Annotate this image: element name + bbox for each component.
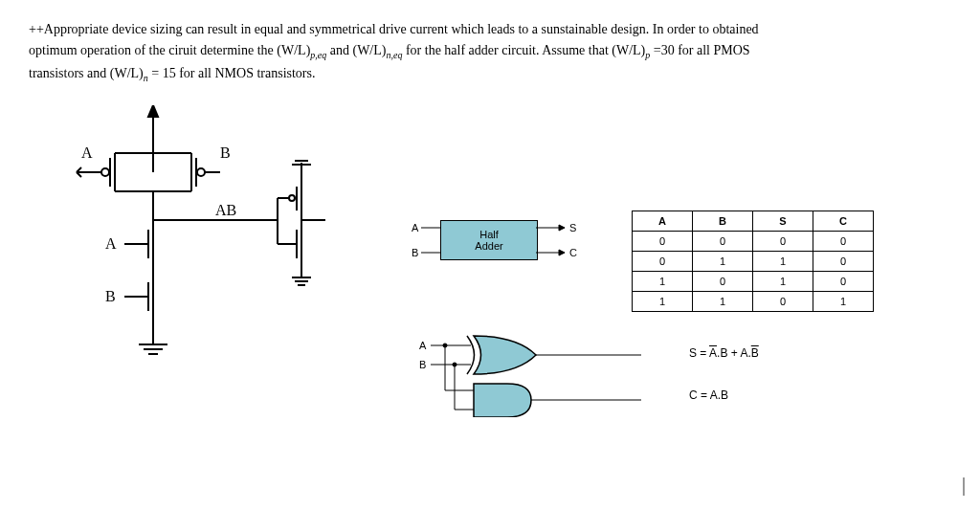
table-row: 1010 (633, 271, 874, 291)
svg-point-6 (101, 168, 109, 176)
problem-statement: ++Appropriate device sizing can result i… (29, 19, 951, 86)
th-a: A (633, 211, 693, 231)
label-a-top: A (81, 144, 93, 161)
svg-point-12 (197, 168, 205, 176)
truth-table: A B S C 0000 0110 1010 1101 (632, 211, 874, 312)
label-a-mid: A (105, 235, 117, 252)
label-ab: AB (215, 202, 236, 218)
wl-peq: (W/L)p,eq (277, 43, 329, 57)
label-b-top: B (220, 144, 231, 161)
eq-carry: C = A.B (689, 388, 759, 402)
half-adder-block: A B S C Half Adder (383, 211, 593, 277)
line1: ++Appropriate device sizing can result i… (29, 22, 759, 36)
svg-text:A: A (419, 340, 427, 351)
wl-neq: (W/L)n,eq (352, 43, 405, 57)
line2-pre: optimum operation of the ciruit determin… (29, 43, 277, 57)
table-row: 1101 (633, 291, 874, 311)
wl-n: (W/L)n (110, 66, 151, 80)
svg-point-59 (453, 363, 457, 366)
svg-point-33 (289, 195, 295, 201)
logic-gates: A B (383, 331, 651, 417)
cmos-schematic: A B AB A B (29, 105, 354, 415)
th-b: B (693, 211, 753, 231)
svg-marker-49 (559, 250, 565, 255)
th-s: S (753, 211, 813, 231)
svg-text:B: B (419, 359, 426, 370)
table-row: 0000 (633, 231, 874, 251)
table-row: 0110 (633, 251, 874, 271)
label-b-bot: B (105, 288, 116, 304)
th-c: C (813, 211, 874, 231)
equations: S = A.B + A.B C = A.B (689, 346, 759, 402)
svg-marker-47 (559, 225, 565, 231)
svg-marker-1 (148, 105, 158, 117)
svg-point-58 (443, 344, 447, 347)
wl-p: (W/L)p (612, 43, 653, 57)
eq-sum: S = A.B + A.B (689, 346, 759, 360)
